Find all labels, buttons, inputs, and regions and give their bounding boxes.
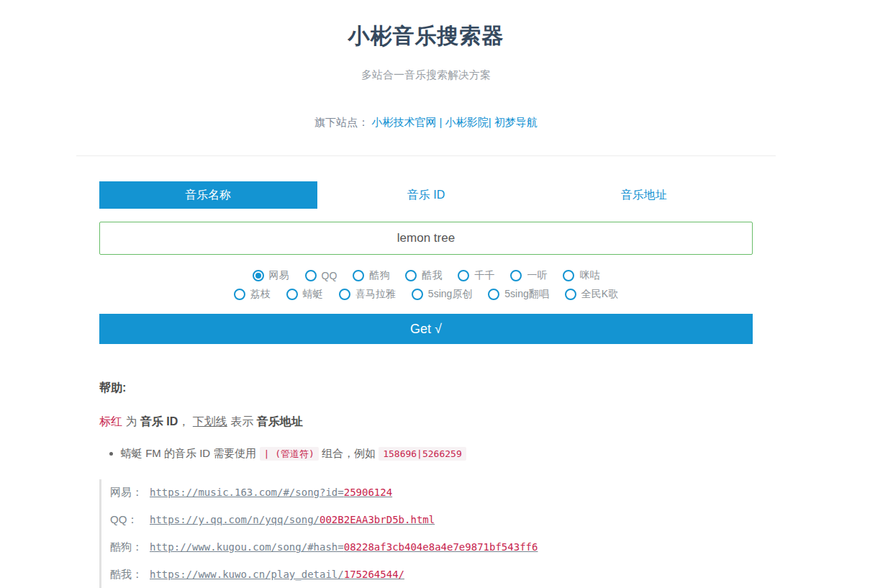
result-label: QQ： [110, 513, 150, 527]
source-option-label: 蜻蜓 [303, 288, 323, 301]
source-option-label: 5sing翻唱 [504, 288, 548, 301]
result-row-netease: 网易： https://music.163.com/#/song?id=2590… [110, 485, 753, 499]
link-xiaobin-tech[interactable]: 小彬技术官网 [371, 116, 436, 128]
result-url-qq[interactable]: https://y.qq.com/n/yqq/song/002B2EAA3brD… [150, 514, 435, 525]
source-options-row-1: 网易 QQ 酷狗 酷我 千千 [99, 266, 753, 285]
help-heading: 帮助: [99, 381, 753, 394]
note-text: 组合，例如 [319, 447, 379, 459]
pipe-symbol-code: | (管道符) [260, 447, 319, 461]
radio-icon [565, 289, 576, 300]
result-label: 酷我： [110, 568, 150, 582]
source-option-migu[interactable]: 咪咕 [563, 269, 599, 282]
url-id: 002B2EAA3brD5b.html [320, 514, 435, 525]
example-url-list: 网易： https://music.163.com/#/song?id=2590… [99, 479, 753, 588]
source-option-label: 一听 [527, 269, 547, 282]
source-option-yiting[interactable]: 一听 [510, 269, 547, 282]
result-url-kugou[interactable]: http://www.kugou.com/song/#hash=08228af3… [150, 541, 538, 553]
link-chumeng-nav[interactable]: 初梦导航 [494, 116, 538, 128]
radio-icon [412, 289, 423, 300]
source-option-lizhi[interactable]: 荔枝 [234, 288, 271, 301]
url-id: 175264544/ [344, 569, 404, 580]
divider [76, 155, 776, 156]
source-option-label: 喜马拉雅 [355, 288, 396, 301]
source-option-qingting[interactable]: 蜻蜓 [286, 288, 323, 301]
result-url-netease[interactable]: https://music.163.com/#/song?id=25906124 [150, 487, 392, 498]
source-option-label: 网易 [269, 269, 289, 282]
link-separator: | [489, 116, 494, 128]
legend-music-url: 音乐地址 [257, 415, 303, 428]
result-label: 酷狗： [110, 540, 150, 554]
url-prefix: https://music.163.com/#/song?id= [150, 487, 344, 498]
source-option-label: 咪咕 [579, 269, 599, 282]
legend-text: ， [178, 415, 192, 428]
source-option-label: 酷狗 [369, 269, 389, 282]
source-option-5sing-original[interactable]: 5sing原创 [412, 288, 472, 301]
link-separator: | [436, 116, 445, 128]
radio-icon [286, 289, 298, 300]
url-prefix: https://www.kuwo.cn/play_detail/ [150, 569, 344, 580]
search-input[interactable] [99, 222, 753, 255]
result-url-kuwo[interactable]: https://www.kuwo.cn/play_detail/17526454… [150, 569, 404, 580]
source-options-row-2: 荔枝 蜻蜓 喜马拉雅 5sing原创 5sing翻唱 [99, 285, 753, 304]
result-row-qq: QQ： https://y.qq.com/n/yqq/song/002B2EAA… [110, 512, 753, 527]
tab-music-id[interactable]: 音乐 ID [317, 181, 535, 209]
main-content: 音乐名称 音乐 ID 音乐地址 网易 QQ 酷狗 [76, 181, 776, 588]
source-option-label: 5sing原创 [428, 288, 472, 301]
result-row-kuwo: 酷我： https://www.kuwo.cn/play_detail/1752… [110, 567, 753, 582]
example-id-code: 158696|5266259 [379, 447, 466, 461]
source-option-5sing-cover[interactable]: 5sing翻唱 [488, 288, 548, 301]
header: 小彬音乐搜索器 多站合一音乐搜索解决方案 旗下站点： 小彬技术官网 | 小彬影院… [76, 22, 776, 130]
radio-icon [458, 270, 469, 281]
radio-icon [510, 270, 522, 281]
url-prefix: http://www.kugou.com/song/#hash= [150, 541, 344, 553]
result-label: 网易： [110, 486, 150, 499]
page-title: 小彬音乐搜索器 [76, 22, 776, 51]
note-qingting-fm: 蜻蜓 FM 的音乐 ID 需要使用 | (管道符) 组合，例如 158696|5… [121, 445, 753, 462]
note-text: 蜻蜓 FM 的音乐 ID 需要使用 [121, 447, 260, 459]
legend-line: 标红 为 音乐 ID， 下划线 表示 音乐地址 [99, 415, 753, 428]
source-option-label: 酷我 [422, 269, 442, 282]
radio-checked-icon [253, 270, 264, 281]
source-option-qianqian[interactable]: 千千 [458, 269, 494, 282]
legend-text: 表示 [227, 415, 257, 428]
source-option-ximalaya[interactable]: 喜马拉雅 [339, 288, 396, 301]
page-subtitle: 多站合一音乐搜索解决方案 [76, 68, 776, 82]
help-notes: 蜻蜓 FM 的音乐 ID 需要使用 | (管道符) 组合，例如 158696|5… [99, 445, 753, 462]
url-prefix: https://y.qq.com/n/yqq/song/ [150, 514, 320, 525]
source-option-kuwo[interactable]: 酷我 [405, 269, 442, 282]
sites-label: 旗下站点： [314, 116, 368, 128]
radio-icon [353, 270, 364, 281]
source-option-label: 千千 [474, 269, 494, 282]
radio-icon [563, 270, 574, 281]
source-option-quanmin-kge[interactable]: 全民K歌 [565, 288, 618, 301]
radio-icon [234, 289, 245, 300]
result-row-kugou: 酷狗： http://www.kugou.com/song/#hash=0822… [110, 540, 753, 554]
legend-underline-term: 下划线 [193, 415, 227, 428]
legend-red-term: 标红 [99, 415, 122, 428]
source-option-label: 全民K歌 [581, 288, 618, 301]
tab-music-name[interactable]: 音乐名称 [99, 181, 317, 209]
get-button[interactable]: Get √ [99, 314, 753, 344]
page-container: 小彬音乐搜索器 多站合一音乐搜索解决方案 旗下站点： 小彬技术官网 | 小彬影院… [76, 22, 776, 588]
source-option-label: QQ [322, 270, 337, 281]
source-option-netease[interactable]: 网易 [253, 269, 289, 282]
source-option-kugou[interactable]: 酷狗 [353, 269, 389, 282]
source-option-label: 荔枝 [250, 288, 271, 301]
search-mode-tabs: 音乐名称 音乐 ID 音乐地址 [99, 181, 753, 209]
radio-icon [305, 270, 317, 281]
radio-icon [405, 270, 417, 281]
link-xiaobin-cinema[interactable]: 小彬影院 [445, 116, 489, 128]
radio-icon [339, 289, 350, 300]
radio-icon [488, 289, 499, 300]
tab-music-url[interactable]: 音乐地址 [535, 181, 753, 209]
source-options: 网易 QQ 酷狗 酷我 千千 [99, 266, 753, 304]
url-id: 08228af3cb404e8a4e7e9871bf543ff6 [344, 541, 538, 553]
site-links-row: 旗下站点： 小彬技术官网 | 小彬影院| 初梦导航 [76, 116, 776, 130]
url-id: 25906124 [344, 487, 392, 498]
source-option-qq[interactable]: QQ [305, 270, 337, 281]
legend-music-id: 音乐 ID [140, 415, 178, 428]
legend-text: 为 [122, 415, 140, 428]
